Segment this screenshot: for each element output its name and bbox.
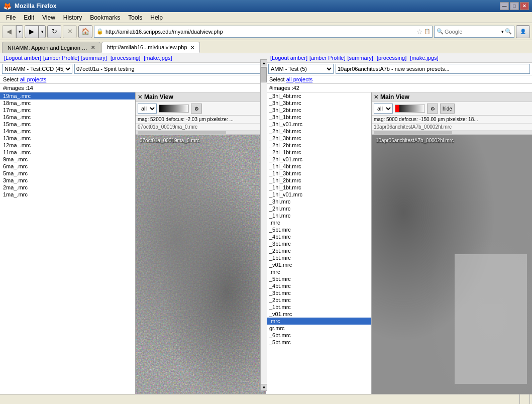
left-profile-link[interactable]: [amber Profile] bbox=[43, 55, 79, 61]
right-makejpgs-link[interactable]: [make.jpgs] bbox=[410, 55, 438, 61]
list-item[interactable]: _2hl_v01.mrc bbox=[266, 156, 371, 163]
close-window-button[interactable]: ✕ bbox=[520, 2, 529, 10]
back-dropdown-button[interactable]: ▾ bbox=[16, 25, 23, 38]
list-item[interactable]: 14ma_.mrc bbox=[0, 128, 135, 135]
right-logout-link[interactable]: [Logout amber] bbox=[270, 55, 307, 61]
left-view-settings-btn[interactable]: ⚙ bbox=[191, 104, 202, 114]
search-go-icon[interactable]: 🔍 bbox=[505, 28, 512, 35]
list-item[interactable]: _1hl_3bt.mrc bbox=[266, 170, 371, 177]
list-item[interactable]: _2bt.mrc bbox=[266, 296, 371, 304]
address-star-icon[interactable]: ☆ bbox=[416, 28, 423, 36]
list-item[interactable]: _1hl.mrc bbox=[266, 212, 371, 219]
list-item[interactable]: _3bt.mrc bbox=[266, 289, 371, 296]
list-item[interactable]: _2bt.mrc bbox=[266, 247, 371, 254]
right-processing-link[interactable]: [processing] bbox=[377, 55, 406, 61]
list-item[interactable]: 6ma_.mrc bbox=[0, 163, 135, 170]
forward-dropdown-button[interactable]: ▾ bbox=[39, 25, 46, 38]
list-item[interactable]: _3hl_v01.mrc bbox=[266, 121, 371, 128]
list-item[interactable]: _2hl_2bt.mrc bbox=[266, 142, 371, 149]
list-item[interactable]: _3hl_3bt.mrc bbox=[266, 99, 371, 107]
profile-button[interactable]: 👤 bbox=[516, 25, 530, 38]
list-item[interactable]: _1hl_1bt.mrc bbox=[266, 184, 371, 191]
tab-close-dualview[interactable]: ✕ bbox=[190, 45, 194, 50]
tab-dualview[interactable]: http://amilab16...mi/dualview.php ✕ bbox=[101, 42, 200, 53]
list-item[interactable]: _5bt.mrc bbox=[266, 226, 371, 233]
menu-view[interactable]: View bbox=[38, 13, 59, 22]
right-all-projects-link[interactable]: all projects bbox=[286, 76, 313, 82]
list-item[interactable]: .mrc bbox=[266, 268, 371, 275]
list-item[interactable]: 3ma_.mrc bbox=[0, 177, 135, 184]
list-item[interactable]: _2hl_1bt.mrc bbox=[266, 149, 371, 156]
list-item[interactable]: _2hl_4bt.mrc bbox=[266, 128, 371, 135]
left-image-display[interactable]: 07oct01a_00019ma_0.mrc bbox=[136, 135, 266, 394]
list-item[interactable]: _2hl_3bt.mrc bbox=[266, 135, 371, 142]
forward-button[interactable]: ▶ bbox=[25, 25, 39, 38]
list-item[interactable]: _6bt.mrc bbox=[266, 332, 371, 339]
menu-history[interactable]: History bbox=[59, 13, 86, 22]
left-main-view-close-icon[interactable]: ✕ bbox=[138, 94, 142, 100]
search-bar[interactable]: 🔍 ▾ 🔍 bbox=[434, 26, 514, 38]
list-item[interactable]: _3hl_4bt.mrc bbox=[266, 92, 371, 99]
right-view-select[interactable]: all bbox=[374, 104, 393, 114]
list-item[interactable]: _4bt.mrc bbox=[266, 233, 371, 240]
right-view-settings-btn[interactable]: ⚙ bbox=[427, 104, 438, 114]
list-item[interactable]: _v01.mrc bbox=[266, 261, 371, 268]
list-item[interactable]: _2hl.mrc bbox=[266, 205, 371, 212]
list-item[interactable]: 15ma_.mrc bbox=[0, 121, 135, 128]
search-dropdown-icon[interactable]: ▾ bbox=[501, 29, 504, 34]
left-logout-link[interactable]: [Logout amber] bbox=[4, 55, 41, 61]
back-button[interactable]: ◀ bbox=[2, 25, 16, 38]
list-item[interactable]: 13ma_.mrc bbox=[0, 135, 135, 142]
list-item[interactable]: _5bt.mrc bbox=[266, 339, 371, 346]
list-item[interactable]: 17ma_.mrc bbox=[0, 107, 135, 114]
right-image-display[interactable]: 10apr06anchitestA7b_00002hl.mrc bbox=[372, 135, 532, 394]
list-item[interactable]: _5bt.mrc bbox=[266, 275, 371, 282]
menu-edit[interactable]: Edit bbox=[20, 13, 38, 22]
list-item[interactable]: 5ma_.mrc bbox=[0, 170, 135, 177]
right-session-input[interactable] bbox=[336, 64, 530, 74]
list-item[interactable]: .mrc bbox=[266, 219, 371, 226]
menu-file[interactable]: File bbox=[2, 13, 20, 22]
list-item[interactable]: _1hl_v01.mrc bbox=[266, 191, 371, 198]
search-input[interactable] bbox=[445, 29, 501, 35]
left-all-projects-link[interactable]: all projects bbox=[20, 76, 47, 82]
right-hide-btn[interactable]: hide bbox=[440, 104, 455, 114]
list-item[interactable]: 19ma_.mrc bbox=[0, 92, 135, 99]
list-item[interactable]: _v01.mrc bbox=[266, 311, 371, 318]
maximize-button[interactable]: □ bbox=[510, 2, 519, 10]
list-item[interactable]: _1bt.mrc bbox=[266, 254, 371, 261]
left-summary-link[interactable]: [summary] bbox=[81, 55, 107, 61]
left-processing-link[interactable]: [processing] bbox=[111, 55, 140, 61]
stop-button[interactable]: ✕ bbox=[63, 25, 77, 38]
reload-button[interactable]: ↻ bbox=[47, 25, 61, 38]
list-item[interactable]: 1ma_.mrc bbox=[0, 191, 135, 198]
left-session-select[interactable]: NRAMM - Test:CCD (45) bbox=[2, 64, 72, 74]
left-scroll-down[interactable]: ▼ bbox=[261, 384, 266, 391]
list-item[interactable]: _3bt.mrc bbox=[266, 240, 371, 247]
left-session-input[interactable] bbox=[74, 64, 264, 74]
menu-tools[interactable]: Tools bbox=[124, 13, 146, 22]
right-summary-link[interactable]: [summary] bbox=[348, 55, 373, 61]
minimize-button[interactable]: — bbox=[500, 2, 509, 10]
list-item[interactable]: 16ma_.mrc bbox=[0, 114, 135, 121]
right-main-view-close-icon[interactable]: ✕ bbox=[374, 94, 378, 100]
list-item[interactable]: _1bt.mrc bbox=[266, 304, 371, 311]
list-item[interactable]: 2ma_.mrc bbox=[0, 184, 135, 191]
left-view-select[interactable]: all bbox=[138, 104, 157, 114]
list-item[interactable]: _4bt.mrc bbox=[266, 282, 371, 289]
list-item[interactable]: 9ma_.mrc bbox=[0, 156, 135, 163]
list-item[interactable]: 18ma_.mrc bbox=[0, 99, 135, 107]
menu-bookmarks[interactable]: Bookmarks bbox=[86, 13, 124, 22]
address-rss-icon[interactable]: 📋 bbox=[424, 29, 430, 34]
list-item[interactable]: gr.mrc bbox=[266, 325, 371, 332]
right-session-select[interactable]: AMM - Test (5) bbox=[268, 64, 334, 74]
list-item[interactable]: .mrc bbox=[266, 318, 371, 325]
tab-close-nramm[interactable]: ✕ bbox=[91, 45, 95, 50]
list-item[interactable]: 12ma_.mrc bbox=[0, 142, 135, 149]
menu-help[interactable]: Help bbox=[146, 13, 167, 22]
list-item[interactable]: 11ma_.mrc bbox=[0, 149, 135, 156]
right-profile-link[interactable]: [amber Profile] bbox=[309, 55, 346, 61]
left-scroll-up[interactable]: ▲ bbox=[261, 59, 266, 66]
list-item[interactable]: _3hl.mrc bbox=[266, 198, 371, 205]
list-item[interactable]: _3hl_1bt.mrc bbox=[266, 114, 371, 121]
